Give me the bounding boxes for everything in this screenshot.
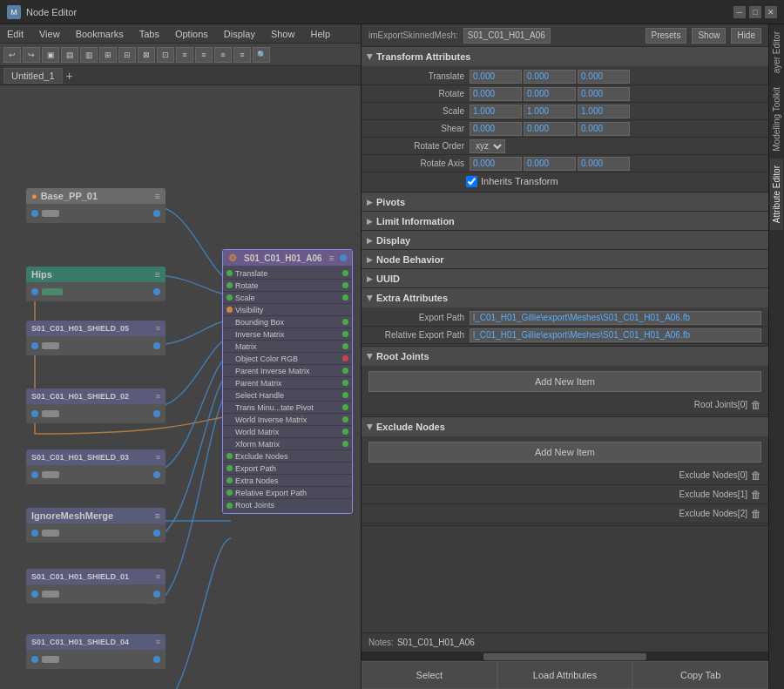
toolbar-btn-8[interactable]: ≡: [176, 47, 193, 63]
sidebar-tab-attribute-editor[interactable]: Attribute Editor: [770, 159, 783, 230]
toolbar-undo[interactable]: ↩: [3, 47, 21, 63]
translate-y[interactable]: [524, 70, 576, 84]
presets-button[interactable]: Presets: [645, 28, 687, 44]
uuid-section-header[interactable]: ▶ UUID: [362, 269, 768, 288]
root-joints-header[interactable]: ▶ Root Joints: [362, 347, 768, 366]
node-hips[interactable]: Hips ≡: [26, 267, 166, 301]
menu-view[interactable]: View: [36, 29, 64, 39]
limit-info-section-header[interactable]: ▶ Limit Information: [362, 212, 768, 231]
toolbar-btn-5[interactable]: ⊟: [118, 47, 136, 63]
extra-attrs-header[interactable]: ▶ Extra Attributes: [362, 288, 768, 307]
node-shield-04[interactable]: S01_C01_H01_SHIELD_04 ≡: [26, 634, 166, 669]
scrollbar-thumb[interactable]: [483, 653, 646, 660]
menu-edit[interactable]: Edit: [3, 29, 27, 39]
translate-row: Translate: [362, 68, 768, 85]
transform-section-header[interactable]: ▶ Transform Attributes: [362, 47, 768, 66]
exclude-nodes-add-button[interactable]: Add New Item: [368, 442, 761, 463]
toolbar-btn-4[interactable]: ⊞: [99, 47, 117, 63]
menu-help[interactable]: Help: [307, 29, 334, 39]
toolbar-btn-7[interactable]: ⊡: [157, 47, 174, 63]
window-title: Node Editor: [26, 7, 733, 17]
window-controls: ─ □ ✕: [733, 6, 777, 18]
maximize-button[interactable]: □: [749, 6, 761, 18]
toolbar-search[interactable]: 🔍: [253, 47, 270, 63]
export-path-row: Export Path: [362, 309, 768, 327]
menu-tabs[interactable]: Tabs: [136, 29, 163, 39]
rotate-x[interactable]: [470, 87, 522, 101]
rotate-axis-y[interactable]: [524, 157, 576, 171]
pivots-title: Pivots: [376, 197, 405, 207]
inherits-transform-label: Inherits Transform: [481, 176, 558, 186]
node-shield-01[interactable]: S01_C01_H01_SHIELD_01 ≡: [26, 569, 166, 604]
toolbar-btn-3[interactable]: ▥: [80, 47, 98, 63]
scale-y[interactable]: [524, 105, 576, 118]
toolbar-btn-6[interactable]: ⊠: [138, 47, 155, 63]
node-shield-03[interactable]: S01_C01_H01_SHIELD_03 ≡: [26, 449, 166, 484]
toolbar-btn-1[interactable]: ▣: [42, 47, 59, 63]
transform-section: ▶ Transform Attributes Translate: [362, 47, 768, 193]
node-canvas[interactable]: ● Base_PP_01 ≡ Hips ≡: [0, 85, 361, 689]
toolbar-btn-2[interactable]: ▤: [61, 47, 78, 63]
rotate-axis-z[interactable]: [578, 157, 630, 171]
menu-show[interactable]: Show: [267, 29, 299, 39]
toolbar-redo[interactable]: ↪: [23, 47, 40, 63]
root-joints-section: ▶ Root Joints Add New Item Root Joints[0…: [362, 347, 768, 417]
node-ignore-mesh-merge[interactable]: IgnoreMeshMerge ≡: [26, 508, 166, 543]
node-behavior-section-header[interactable]: ▶ Node Behavior: [362, 250, 768, 269]
rotate-axis-fields: [470, 157, 761, 171]
node-a06-active[interactable]: ⚙ S01_C01_H01_A06 ≡ Translate Rotate: [222, 249, 353, 514]
rotate-order-dropdown[interactable]: xyz yzx zxy xzy yxz zyx: [470, 139, 505, 153]
relative-export-path-label: Relative Export Path: [368, 330, 464, 340]
toolbar-btn-10[interactable]: ≡: [214, 47, 232, 63]
exclude-nodes-header[interactable]: ▶ Exclude Nodes: [362, 417, 768, 436]
select-button[interactable]: Select: [362, 661, 497, 689]
translate-x[interactable]: [470, 70, 522, 84]
root-joints-chevron: ▶: [366, 354, 375, 360]
shear-x[interactable]: [470, 122, 522, 136]
exclude-nodes-1-delete[interactable]: 🗑: [751, 489, 761, 501]
copy-tab-button[interactable]: Copy Tab: [632, 661, 768, 689]
exclude-nodes-item-2: Exclude Nodes[2] 🗑: [362, 504, 768, 524]
exclude-nodes-2-delete[interactable]: 🗑: [751, 508, 761, 520]
relative-export-path-field[interactable]: [470, 328, 761, 342]
export-path-field[interactable]: [470, 311, 761, 325]
menu-options[interactable]: Options: [172, 29, 212, 39]
toolbar-btn-11[interactable]: ≡: [233, 47, 251, 63]
node-shield-02[interactable]: S01_C01_H01_SHIELD_02 ≡: [26, 388, 166, 423]
close-button[interactable]: ✕: [765, 6, 777, 18]
scale-x[interactable]: [470, 105, 522, 118]
rotate-axis-label: Rotate Axis: [368, 159, 464, 168]
hide-button[interactable]: Hide: [731, 28, 761, 44]
menu-bookmarks[interactable]: Bookmarks: [72, 29, 127, 39]
scale-z[interactable]: [578, 105, 630, 118]
show-button[interactable]: Show: [692, 28, 726, 44]
node-shield-05[interactable]: S01_C01_H01_SHIELD_05 ≡: [26, 321, 166, 355]
exclude-nodes-0-delete[interactable]: 🗑: [751, 469, 761, 482]
inherits-transform-checkbox[interactable]: [466, 176, 477, 187]
shear-label: Shear: [368, 124, 464, 133]
toolbar-btn-9[interactable]: ≡: [195, 47, 213, 63]
root-joints-0-delete[interactable]: 🗑: [751, 399, 761, 411]
rotate-axis-x[interactable]: [470, 157, 522, 171]
load-attributes-button[interactable]: Load Attributes: [497, 661, 633, 689]
shear-z[interactable]: [578, 122, 630, 136]
root-joints-add-button[interactable]: Add New Item: [368, 371, 761, 392]
im-export-field[interactable]: [463, 28, 551, 44]
node-base-pp-01[interactable]: ● Base_PP_01 ≡: [26, 188, 166, 223]
display-section-header[interactable]: ▶ Display: [362, 231, 768, 250]
display-chevron: ▶: [367, 236, 373, 245]
bottom-buttons: Select Load Attributes Copy Tab: [362, 661, 768, 689]
attr-scroll-area[interactable]: ▶ Transform Attributes Translate: [362, 47, 768, 632]
menu-display[interactable]: Display: [220, 29, 259, 39]
add-tab-button[interactable]: +: [63, 69, 77, 83]
shear-y[interactable]: [524, 122, 576, 136]
rotate-y[interactable]: [524, 87, 576, 101]
rotate-z[interactable]: [578, 87, 630, 101]
minimize-button[interactable]: ─: [733, 6, 746, 18]
translate-z[interactable]: [578, 70, 630, 84]
sidebar-tab-modelling-toolkit[interactable]: Modelling Toolkit: [770, 80, 783, 159]
sidebar-tab-layer-editor[interactable]: ayer Editor: [770, 24, 783, 80]
pivots-section-header[interactable]: ▶ Pivots: [362, 193, 768, 212]
horizontal-scrollbar[interactable]: [362, 652, 768, 661]
node-tab-untitled[interactable]: Untitled_1: [3, 68, 63, 84]
